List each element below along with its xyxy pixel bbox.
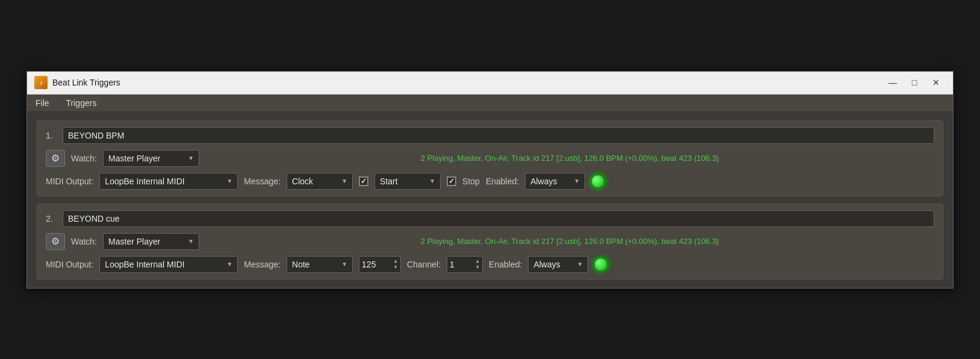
trigger-1-watch-dropdown[interactable]: Master Player ▼ <box>103 150 199 167</box>
trigger-1-stop-checkbox[interactable] <box>447 176 456 186</box>
menu-file[interactable]: File <box>32 97 53 109</box>
menu-triggers[interactable]: Triggers <box>63 97 101 109</box>
trigger-1: 1. ⚙ Watch: Master Player ▼ 2 Playing, M… <box>37 120 943 196</box>
trigger-2-message-dropdown[interactable]: Note ▼ <box>287 256 353 273</box>
trigger-2-message-arrow: ▼ <box>341 261 347 267</box>
trigger-2-message-label: Message: <box>244 260 281 269</box>
trigger-2-led <box>594 258 607 271</box>
trigger-2-enabled-label: Enabled: <box>489 260 522 269</box>
trigger-2-channel-label: Channel: <box>407 260 441 269</box>
trigger-2-name-input[interactable] <box>63 210 934 227</box>
trigger-1-midi-arrow: ▼ <box>226 178 232 184</box>
trigger-1-start-dropdown[interactable]: Start ▼ <box>374 173 441 190</box>
close-button[interactable]: ✕ <box>926 76 946 89</box>
trigger-2-channel-input[interactable]: 1 ▲ ▼ <box>447 256 483 273</box>
title-bar: ♪ Beat Link Triggers — □ ✕ <box>27 72 953 95</box>
main-window: ♪ Beat Link Triggers — □ ✕ File Triggers… <box>26 71 954 289</box>
trigger-1-gear-button[interactable]: ⚙ <box>46 150 65 167</box>
trigger-2-channel-up[interactable]: ▲ <box>475 258 480 264</box>
maximize-button[interactable]: □ <box>905 76 924 89</box>
trigger-2-midi-label: MIDI Output: <box>46 260 93 269</box>
trigger-1-start-arrow: ▼ <box>429 178 435 184</box>
minimize-button[interactable]: — <box>883 76 902 89</box>
trigger-2-watch-label: Watch: <box>71 237 97 246</box>
trigger-1-enabled-label: Enabled: <box>486 176 519 186</box>
trigger-2-midi-row: MIDI Output: LoopBe Internal MIDI ▼ Mess… <box>46 256 934 273</box>
app-icon: ♪ <box>34 76 48 89</box>
trigger-1-message-label: Message: <box>244 176 281 186</box>
trigger-2-enabled-arrow: ▼ <box>577 261 583 267</box>
trigger-1-midi-label: MIDI Output: <box>46 176 93 186</box>
trigger-1-message-arrow: ▼ <box>341 178 347 184</box>
trigger-1-watch-label: Watch: <box>71 154 97 163</box>
trigger-1-enabled-dropdown[interactable]: Always ▼ <box>525 173 585 190</box>
trigger-1-start-checkbox[interactable] <box>359 176 368 186</box>
trigger-2-watch-arrow: ▼ <box>188 238 194 245</box>
window-title: Beat Link Triggers <box>52 78 883 87</box>
content-area: 1. ⚙ Watch: Master Player ▼ 2 Playing, M… <box>27 112 953 288</box>
trigger-1-watch-arrow: ▼ <box>188 155 194 161</box>
trigger-2-channel-spinner[interactable]: ▲ ▼ <box>475 258 480 270</box>
trigger-2-midi-arrow: ▼ <box>226 261 232 267</box>
trigger-2-note-input[interactable]: 125 ▲ ▼ <box>359 256 401 273</box>
trigger-2-midi-dropdown[interactable]: LoopBe Internal MIDI ▼ <box>99 256 238 273</box>
trigger-1-watch-row: ⚙ Watch: Master Player ▼ 2 Playing, Mast… <box>46 150 934 167</box>
trigger-1-status: 2 Playing, Master, On-Air, Track id 217 … <box>205 154 934 163</box>
trigger-1-enabled-arrow: ▼ <box>574 178 580 184</box>
trigger-2-channel-down[interactable]: ▼ <box>475 264 480 270</box>
trigger-2-note-spinner[interactable]: ▲ ▼ <box>393 258 398 270</box>
trigger-1-number: 1. <box>46 131 58 140</box>
trigger-1-led <box>591 175 604 188</box>
trigger-2-status: 2 Playing, Master, On-Air, Track id 217 … <box>205 237 934 246</box>
trigger-2-number: 2. <box>46 214 58 223</box>
trigger-1-midi-dropdown[interactable]: LoopBe Internal MIDI ▼ <box>99 173 238 190</box>
trigger-2-enabled-dropdown[interactable]: Always ▼ <box>528 256 588 273</box>
trigger-1-name-row: 1. <box>46 127 934 144</box>
trigger-2-name-row: 2. <box>46 210 934 227</box>
trigger-2-gear-button[interactable]: ⚙ <box>46 233 65 250</box>
trigger-2-watch-row: ⚙ Watch: Master Player ▼ 2 Playing, Mast… <box>46 233 934 250</box>
trigger-2: 2. ⚙ Watch: Master Player ▼ 2 Playing, M… <box>37 204 943 279</box>
trigger-1-name-input[interactable] <box>63 127 934 144</box>
window-controls: — □ ✕ <box>883 76 946 89</box>
menu-bar: File Triggers <box>27 95 953 112</box>
trigger-1-midi-row: MIDI Output: LoopBe Internal MIDI ▼ Mess… <box>46 173 934 190</box>
trigger-2-note-down[interactable]: ▼ <box>393 264 398 270</box>
trigger-2-watch-dropdown[interactable]: Master Player ▼ <box>103 233 199 250</box>
trigger-2-note-up[interactable]: ▲ <box>393 258 398 264</box>
trigger-1-stop-label: Stop <box>462 176 480 186</box>
trigger-1-message-dropdown[interactable]: Clock ▼ <box>287 173 353 190</box>
